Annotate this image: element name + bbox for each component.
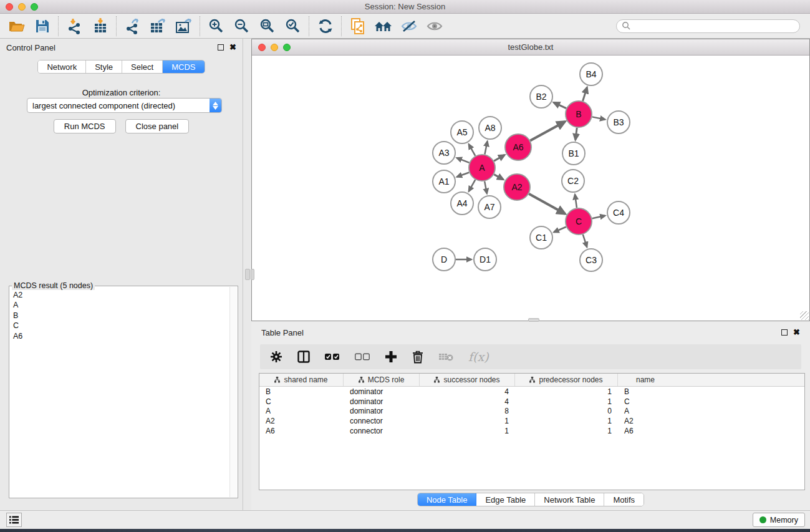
table-close-panel-icon[interactable]: ✖	[793, 329, 800, 336]
close-panel-icon[interactable]: ✖	[229, 44, 236, 51]
show-all-icon[interactable]	[422, 16, 447, 37]
table-row[interactable]: Bdominator41B	[259, 387, 804, 397]
zoom-out-icon[interactable]	[229, 16, 254, 37]
close-window-button[interactable]	[6, 3, 13, 11]
gear-icon[interactable]	[270, 351, 282, 363]
save-session-icon[interactable]	[29, 16, 55, 37]
hide-selected-icon[interactable]	[396, 16, 422, 37]
table-float-panel-icon[interactable]	[781, 329, 788, 336]
table-cell[interactable]: A6	[618, 426, 673, 436]
network-maximize-button[interactable]	[283, 44, 291, 51]
table-cell[interactable]: 1	[515, 416, 618, 426]
delete-column-icon[interactable]	[412, 351, 423, 364]
edge-B-B1[interactable]	[576, 128, 577, 140]
minimize-window-button[interactable]	[18, 3, 26, 11]
tab-edge-table[interactable]: Edge Table	[476, 493, 535, 506]
deselect-all-icon[interactable]	[355, 353, 370, 360]
resize-grip-icon[interactable]	[800, 311, 809, 320]
tab-style[interactable]: Style	[86, 60, 122, 73]
select-all-icon[interactable]	[325, 353, 340, 360]
export-network-icon[interactable]	[120, 16, 145, 37]
edge-A-A6[interactable]	[494, 155, 504, 161]
mcds-result-item[interactable]: C	[13, 321, 229, 331]
network-minimize-button[interactable]	[271, 44, 278, 51]
add-column-icon[interactable]	[385, 351, 397, 363]
table-row[interactable]: A6connector11A6	[259, 426, 804, 436]
optimization-criterion-dropdown[interactable]: largest connected component (directed)	[27, 98, 222, 113]
edge-A-A4[interactable]	[469, 180, 475, 191]
table-cell[interactable]: connector	[344, 416, 420, 426]
refresh-icon[interactable]	[312, 16, 338, 37]
edge-B-B4[interactable]	[583, 87, 587, 101]
column-header-shared-name[interactable]: shared name	[259, 374, 344, 386]
edge-C-C3[interactable]	[583, 235, 587, 247]
network-graph[interactable]: B4B2BB3A5A8A6B1A3AA1C2A2A4A7C4CC1C3DD1	[252, 56, 809, 321]
column-header-name[interactable]: name	[618, 374, 673, 386]
table-cell[interactable]: A6	[259, 426, 344, 436]
tab-select[interactable]: Select	[122, 60, 163, 73]
network-close-button[interactable]	[258, 44, 266, 51]
tab-mcds[interactable]: MCDS	[163, 60, 204, 73]
table-cell[interactable]: B	[259, 387, 344, 397]
edge-A-A5[interactable]	[469, 144, 475, 156]
table-cell[interactable]: connector	[344, 426, 420, 436]
table-cell[interactable]: C	[618, 397, 673, 407]
mcds-result-list[interactable]: A2ABCA6	[10, 287, 229, 497]
edge-A-A1[interactable]	[457, 172, 470, 177]
open-file-icon[interactable]	[4, 16, 29, 37]
export-table-icon[interactable]	[145, 16, 171, 37]
mcds-result-item[interactable]: A6	[13, 331, 229, 341]
edge-A-A2[interactable]	[494, 175, 503, 180]
table-cell[interactable]: 4	[420, 387, 515, 397]
zoom-in-icon[interactable]	[203, 16, 229, 37]
table-cell[interactable]: 1	[515, 397, 618, 407]
table-cell[interactable]: A	[259, 407, 344, 417]
edge-C-C1[interactable]	[554, 227, 566, 233]
maximize-window-button[interactable]	[31, 3, 38, 11]
table-cell[interactable]: A2	[618, 416, 673, 426]
first-neighbors-icon[interactable]	[370, 16, 396, 37]
table-cell[interactable]: dominator	[344, 407, 420, 417]
window-controls[interactable]	[6, 3, 38, 11]
tab-node-table[interactable]: Node Table	[418, 493, 477, 506]
edge-C-C2[interactable]	[575, 195, 577, 208]
mcds-result-item[interactable]: A2	[13, 290, 229, 300]
table-cell[interactable]: 4	[420, 397, 515, 407]
import-network-icon[interactable]	[62, 16, 87, 37]
table-cell[interactable]: B	[618, 387, 673, 397]
table-header[interactable]: shared nameMCDS rolesuccessor nodesprede…	[259, 374, 804, 387]
bottom-splitter-handle[interactable]	[528, 318, 539, 322]
table-cell[interactable]: A2	[259, 416, 344, 426]
mcds-result-item[interactable]: B	[13, 311, 229, 321]
table-cell[interactable]: C	[259, 397, 344, 407]
mcds-result-item[interactable]: A	[13, 300, 229, 310]
table-row[interactable]: Cdominator41C	[259, 397, 804, 407]
table-cell[interactable]: 1	[420, 426, 515, 436]
edge-A-A3[interactable]	[456, 158, 469, 163]
edge-A-A8[interactable]	[485, 142, 487, 155]
table-cell[interactable]: 0	[515, 407, 618, 417]
tab-motifs[interactable]: Motifs	[604, 493, 644, 506]
edge-A6-B[interactable]	[530, 122, 565, 140]
edge-B-B3[interactable]	[592, 117, 605, 119]
task-history-button[interactable]	[6, 513, 22, 527]
column-view-icon[interactable]	[297, 351, 310, 363]
table-cell[interactable]: dominator	[344, 397, 420, 407]
left-splitter-handle[interactable]	[251, 269, 254, 280]
edge-C-C4[interactable]	[592, 216, 605, 219]
edge-B-B2[interactable]	[554, 102, 566, 108]
table-cell[interactable]: dominator	[344, 387, 420, 397]
new-network-from-selection-icon[interactable]	[345, 16, 370, 37]
search-input[interactable]	[616, 19, 800, 33]
table-cell[interactable]: 1	[515, 426, 618, 436]
tab-network[interactable]: Network	[38, 60, 86, 73]
column-header-MCDS-role[interactable]: MCDS role	[344, 374, 420, 386]
table-cell[interactable]: 1	[420, 416, 515, 426]
table-cell[interactable]: A	[618, 407, 673, 417]
zoom-selected-icon[interactable]	[280, 16, 306, 37]
close-panel-button[interactable]: Close panel	[125, 119, 190, 133]
column-header-predecessor-nodes[interactable]: predecessor nodes	[515, 374, 618, 386]
network-canvas[interactable]: B4B2BB3A5A8A6B1A3AA1C2A2A4A7C4CC1C3DD1	[252, 56, 809, 321]
splitter-handle[interactable]	[245, 269, 250, 280]
edge-A-A7[interactable]	[485, 181, 487, 194]
